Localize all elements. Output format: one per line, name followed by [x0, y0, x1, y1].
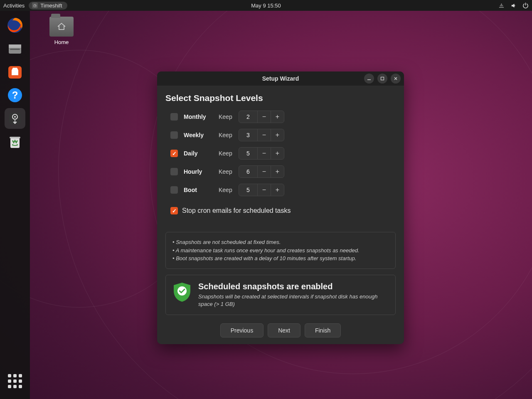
svg-rect-15	[381, 77, 384, 80]
level-row-daily: DailyKeep5−+	[165, 147, 396, 160]
dock-software[interactable]	[5, 62, 25, 82]
keep-label: Keep	[219, 150, 233, 157]
spinner-increment[interactable]: +	[271, 165, 284, 178]
spinner-value[interactable]: 5	[239, 150, 257, 157]
folder-icon	[49, 17, 74, 37]
previous-button[interactable]: Previous	[220, 323, 264, 337]
show-applications[interactable]	[5, 371, 25, 392]
level-name: Monthly	[184, 113, 213, 120]
spinner-increment[interactable]: +	[271, 184, 284, 196]
keep-spinner-boot: 5−+	[239, 184, 284, 196]
dock-timeshift[interactable]	[5, 108, 25, 129]
finish-button[interactable]: Finish	[305, 323, 341, 337]
shield-check-icon	[172, 282, 192, 303]
level-name: Hourly	[184, 168, 213, 175]
level-checkbox-daily[interactable]	[170, 150, 178, 157]
level-row-monthly: MonthlyKeep2−+	[165, 111, 396, 123]
keep-spinner-daily: 5−+	[239, 147, 284, 160]
spinner-decrement[interactable]: −	[257, 147, 271, 160]
dock-firefox[interactable]	[5, 15, 25, 36]
close-icon	[394, 76, 398, 81]
cron-label: Stop cron emails for scheduled tasks	[182, 207, 291, 214]
level-checkbox-boot[interactable]	[170, 186, 178, 194]
minimize-icon	[367, 76, 371, 81]
spinner-increment[interactable]: +	[271, 129, 284, 141]
network-icon[interactable]	[498, 2, 505, 9]
volume-icon[interactable]	[510, 2, 517, 9]
dock-trash[interactable]	[5, 131, 25, 152]
spinner-increment[interactable]: +	[271, 111, 284, 123]
power-icon[interactable]	[522, 2, 529, 9]
level-name: Weekly	[184, 132, 213, 138]
dock-files[interactable]	[5, 38, 25, 59]
cron-checkbox[interactable]	[170, 207, 178, 214]
info-line: • A maintenance task runs once every hou…	[172, 246, 389, 255]
spinner-value[interactable]: 6	[239, 168, 257, 175]
level-row-hourly: HourlyKeep6−+	[165, 165, 396, 178]
dock-help[interactable]: ?	[5, 85, 25, 106]
status-description: Snapshots will be created at selected in…	[198, 293, 389, 308]
spinner-value[interactable]: 3	[239, 132, 257, 138]
timeshift-icon: ◷	[32, 2, 38, 8]
spinner-value[interactable]: 2	[239, 113, 257, 120]
topbar-app-indicator[interactable]: ◷ Timeshift	[29, 2, 67, 10]
svg-rect-3	[10, 49, 20, 50]
level-checkbox-weekly[interactable]	[170, 131, 178, 139]
clock[interactable]: May 9 15:50	[251, 2, 281, 9]
level-checkbox-hourly[interactable]	[170, 168, 178, 175]
keep-spinner-weekly: 3−+	[239, 129, 284, 141]
keep-label: Keep	[219, 132, 233, 138]
level-row-boot: BootKeep5−+	[165, 184, 396, 196]
level-checkbox-monthly[interactable]	[170, 113, 178, 121]
keep-label: Keep	[219, 113, 233, 120]
keep-spinner-hourly: 6−+	[239, 165, 284, 178]
window-title: Setup Wizard	[262, 75, 299, 82]
keep-label: Keep	[219, 168, 233, 175]
setup-wizard-window: Setup Wizard Select Snapshot Levels Mont…	[157, 71, 404, 344]
spinner-decrement[interactable]: −	[257, 129, 271, 141]
keep-spinner-monthly: 2−+	[239, 111, 284, 123]
info-panel: • Snapshots are not scheduled at fixed t…	[165, 232, 396, 269]
level-name: Boot	[184, 187, 213, 193]
level-name: Daily	[184, 150, 213, 157]
spinner-increment[interactable]: +	[271, 147, 284, 160]
spinner-decrement[interactable]: −	[257, 165, 271, 178]
desktop-icon-label: Home	[45, 39, 78, 45]
spinner-decrement[interactable]: −	[257, 184, 271, 196]
maximize-icon	[380, 76, 384, 81]
svg-rect-14	[367, 79, 371, 80]
svg-point-9	[14, 116, 16, 118]
activities-button[interactable]: Activities	[3, 2, 25, 9]
titlebar[interactable]: Setup Wizard	[157, 71, 404, 86]
spinner-value[interactable]: 5	[239, 187, 257, 193]
svg-rect-2	[9, 44, 21, 48]
svg-text:?: ?	[12, 89, 18, 101]
next-button[interactable]: Next	[268, 323, 300, 337]
top-bar: Activities ◷ Timeshift May 9 15:50	[0, 0, 532, 11]
home-icon	[57, 22, 66, 31]
spinner-decrement[interactable]: −	[257, 111, 271, 123]
info-line: • Snapshots are not scheduled at fixed t…	[172, 238, 389, 246]
keep-label: Keep	[219, 187, 233, 193]
maximize-button[interactable]	[377, 74, 387, 84]
minimize-button[interactable]	[364, 74, 374, 84]
info-line: • Boot snapshots are created with a dela…	[172, 254, 389, 263]
close-button[interactable]	[391, 74, 401, 84]
topbar-app-name: Timeshift	[40, 2, 62, 9]
dock: ?	[0, 11, 30, 399]
page-heading: Select Snapshot Levels	[165, 93, 396, 103]
desktop-home-folder[interactable]: Home	[45, 17, 78, 45]
level-row-weekly: WeeklyKeep3−+	[165, 129, 396, 141]
status-panel: Scheduled snapshots are enabled Snapshot…	[165, 275, 396, 315]
status-title: Scheduled snapshots are enabled	[198, 282, 389, 291]
svg-rect-11	[10, 137, 20, 138]
